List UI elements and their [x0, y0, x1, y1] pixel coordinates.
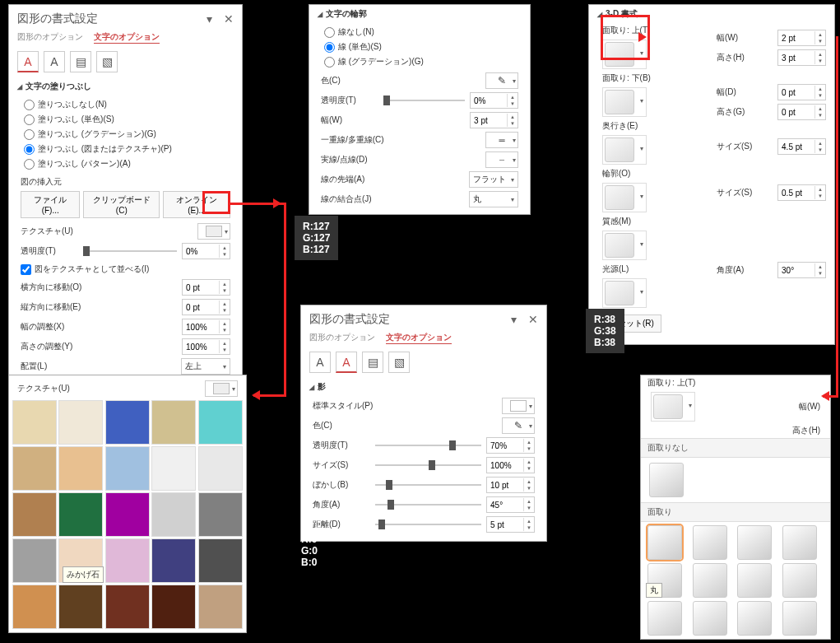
transparency-spinner[interactable]: ▲▼ [182, 243, 230, 259]
text-effects-icon[interactable]: ▤ [70, 51, 91, 72]
depth-size-spinner[interactable]: ▲▼ [777, 138, 826, 155]
compound-dropdown[interactable]: ═ [485, 132, 518, 148]
texture-swatch[interactable] [105, 446, 150, 491]
shadow-dist-slider[interactable] [375, 519, 481, 530]
scale-y-spinner[interactable]: ▲▼ [182, 338, 230, 355]
file-button[interactable]: ファイル(F)... [21, 191, 80, 218]
texture-swatch[interactable] [12, 492, 57, 537]
bevel-popup-current[interactable] [653, 394, 683, 419]
bevel-option-none[interactable] [649, 463, 684, 497]
tile-checkbox[interactable] [21, 264, 31, 275]
shadow-trans-slider[interactable] [375, 440, 481, 451]
texture-swatch[interactable] [12, 585, 57, 629]
bevel-option[interactable] [693, 563, 727, 598]
shadow-trans-spinner[interactable]: ▲▼ [486, 437, 535, 454]
bevel-option[interactable] [693, 525, 727, 560]
texture-swatch[interactable] [198, 400, 243, 445]
contour-color-button[interactable] [605, 185, 634, 210]
bevel-option[interactable] [737, 601, 772, 636]
tab-shape-options[interactable]: 図形のオプション [309, 333, 375, 342]
contour-size-spinner[interactable]: ▲▼ [777, 184, 826, 201]
texture-swatch[interactable] [151, 446, 196, 491]
text-outline-icon[interactable]: A [44, 51, 65, 72]
bevel-top-width-spinner[interactable]: ▲▼ [777, 30, 826, 46]
text-fill-icon[interactable]: A [17, 51, 39, 72]
shadow-angle-slider[interactable] [375, 499, 481, 510]
outline-width-spinner[interactable]: ▲▼ [470, 112, 518, 128]
texture-dropdown[interactable] [197, 223, 230, 240]
text-effects-icon[interactable]: ▤ [362, 352, 383, 373]
picture-icon[interactable]: ▧ [96, 51, 118, 72]
bevel-top-height-spinner[interactable]: ▲▼ [777, 49, 826, 66]
texture-swatch[interactable] [105, 492, 150, 537]
shadow-preset-button[interactable] [502, 398, 535, 414]
shadow-size-spinner[interactable]: ▲▼ [486, 457, 535, 473]
bevel-option[interactable] [693, 601, 727, 636]
section-shadow[interactable]: 影 [301, 378, 546, 396]
bevel-bottom-button[interactable] [605, 90, 634, 114]
texture-swatch[interactable] [198, 538, 243, 583]
tab-text-options[interactable]: 文字のオプション [386, 333, 452, 344]
fill-solid[interactable]: 塗りつぶし (単色)(S) [24, 112, 227, 127]
outline-trans-spinner[interactable]: ▲▼ [470, 92, 518, 109]
line-solid[interactable]: 線 (単色)(S) [324, 40, 515, 54]
cap-dropdown[interactable]: フラット [469, 171, 518, 188]
texture-swatch[interactable] [198, 492, 243, 537]
fill-picture-texture[interactable]: 塗りつぶし (図またはテクスチャ)(P) [24, 142, 227, 156]
texture-swatch[interactable] [105, 585, 150, 629]
text-fill-icon[interactable]: A [309, 352, 331, 373]
texture-swatch[interactable] [151, 585, 196, 629]
shadow-color-button[interactable]: ✎ [502, 417, 535, 434]
texture-swatch[interactable] [12, 446, 57, 491]
fill-none[interactable]: 塗りつぶしなし(N) [24, 97, 227, 112]
bevel-option[interactable] [647, 525, 682, 560]
chevron-down-icon[interactable]: ▾ [207, 12, 212, 26]
line-none[interactable]: 線なし(N) [324, 25, 515, 40]
texture-swatch[interactable] [12, 400, 57, 445]
texture-swatch[interactable] [105, 400, 150, 445]
texture-swatch[interactable] [58, 585, 103, 629]
text-outline-icon[interactable]: A [336, 352, 357, 373]
texture-swatch[interactable] [151, 400, 196, 445]
texture-swatch[interactable] [151, 538, 196, 583]
texture-swatch[interactable] [58, 492, 103, 537]
lighting-angle-spinner[interactable]: ▲▼ [777, 262, 826, 278]
shadow-dist-spinner[interactable]: ▲▼ [486, 516, 535, 533]
bevel-option[interactable] [737, 525, 772, 560]
picture-icon[interactable]: ▧ [388, 352, 410, 373]
section-text-outline[interactable]: 文字の輪郭 [309, 5, 530, 23]
alignment-dropdown[interactable]: 左上 [181, 358, 230, 375]
clipboard-button[interactable]: クリップボード(C) [83, 191, 160, 218]
dash-dropdown[interactable]: ┄ [485, 151, 518, 168]
bevel-bottom-height-spinner[interactable]: ▲▼ [777, 104, 826, 120]
shadow-size-slider[interactable] [375, 459, 481, 471]
tab-shape-options[interactable]: 図形のオプション [17, 32, 83, 41]
depth-color-button[interactable] [605, 137, 634, 162]
shadow-blur-slider[interactable] [375, 479, 481, 491]
shadow-angle-spinner[interactable]: ▲▼ [486, 496, 535, 513]
texture-swatch[interactable] [198, 585, 243, 629]
section-text-fill[interactable]: 文字の塗りつぶし [9, 77, 242, 96]
lighting-button[interactable] [605, 281, 634, 305]
texture-swatch[interactable] [58, 446, 103, 491]
texture-swatch[interactable] [105, 538, 150, 583]
close-icon[interactable]: ✕ [224, 12, 234, 26]
offset-y-spinner[interactable]: ▲▼ [182, 299, 230, 315]
bevel-option[interactable] [647, 601, 682, 636]
close-icon[interactable]: ✕ [528, 313, 538, 326]
texture-swatch[interactable] [151, 492, 196, 537]
texture-popup-dropdown[interactable] [205, 380, 238, 397]
transparency-slider[interactable] [83, 245, 177, 257]
shadow-blur-spinner[interactable]: ▲▼ [486, 477, 535, 493]
material-button[interactable] [605, 233, 634, 258]
line-gradient[interactable]: 線 (グラデーション)(G) [324, 54, 515, 69]
fill-gradient[interactable]: 塗りつぶし (グラデーション)(G) [24, 127, 227, 142]
outline-color-button[interactable]: ✎ [485, 72, 518, 89]
join-dropdown[interactable]: 丸 [469, 191, 518, 207]
bevel-option[interactable] [782, 601, 817, 636]
texture-swatch[interactable] [58, 400, 103, 445]
scale-x-spinner[interactable]: ▲▼ [182, 319, 230, 335]
tab-text-options[interactable]: 文字のオプション [94, 32, 160, 44]
fill-pattern[interactable]: 塗りつぶし (パターン)(A) [24, 156, 227, 171]
bevel-option[interactable] [782, 563, 817, 598]
